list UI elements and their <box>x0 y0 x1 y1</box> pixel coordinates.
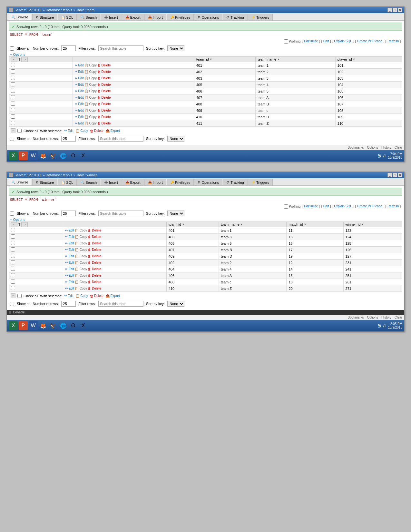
tab-search-winner[interactable]: 🔍 Search <box>77 179 100 185</box>
taskbar-xampp-2[interactable]: X <box>79 321 88 330</box>
edit-row-link-w[interactable]: ✏ Edit <box>65 229 74 232</box>
taskbar-opera-2[interactable]: O <box>69 321 78 330</box>
tab-structure[interactable]: ⚙ Structure <box>32 14 58 20</box>
show-all-checkbox-top-winner[interactable] <box>10 212 14 216</box>
row-checkbox[interactable] <box>11 89 15 93</box>
explain-sql-link[interactable]: Explain SQL <box>334 39 352 44</box>
rows-input-top-winner[interactable] <box>61 211 76 216</box>
nav-right-winner[interactable]: → <box>21 222 28 227</box>
taskbar-excel-2[interactable]: X <box>9 321 18 330</box>
minimize-button-winner[interactable]: _ <box>387 173 392 177</box>
create-php-link[interactable]: Create PHP code <box>357 39 382 44</box>
row-checkbox-w[interactable] <box>11 273 15 277</box>
taskbar-thunderbird-2[interactable]: 🦅 <box>49 321 58 330</box>
delete-row-link-w[interactable]: 🗑 Delete <box>88 254 101 258</box>
tab-sql-winner[interactable]: 📋 SQL <box>58 179 77 185</box>
tab-export-winner[interactable]: 📤 Export <box>122 179 144 185</box>
edit-row-link[interactable]: ✏ Edit <box>75 76 84 80</box>
explain-sql-link-winner[interactable]: Explain SQL <box>334 204 352 209</box>
clear-link-winner[interactable]: Clear <box>395 316 402 319</box>
th-team-name[interactable]: team_name ▼ <box>256 57 336 62</box>
rows-input-bottom[interactable] <box>61 136 76 142</box>
edit-row-link[interactable]: ✏ Edit <box>75 102 84 106</box>
taskbar-opera-1[interactable]: O <box>69 151 78 160</box>
copy-row-link[interactable]: 📋 Copy <box>84 115 97 119</box>
delete-row-link-w[interactable]: 🗑 Delete <box>88 229 101 232</box>
tab-tracking[interactable]: ⏱ Tracking <box>223 14 248 20</box>
row-checkbox[interactable] <box>11 121 15 125</box>
close-button[interactable]: ✕ <box>398 8 402 12</box>
row-checkbox-w[interactable] <box>11 280 15 284</box>
create-php-link-winner[interactable]: Create PHP code <box>357 204 382 209</box>
tab-insert-winner[interactable]: ➕ Insert <box>101 179 122 185</box>
options-link-footer-winner[interactable]: Options <box>367 316 378 319</box>
taskbar-chrome-1[interactable]: 🌐 <box>59 151 68 160</box>
rows-input-top[interactable] <box>61 45 76 51</box>
close-button-winner[interactable]: ✕ <box>398 173 402 177</box>
bottom-edit-btn-winner[interactable]: ✏ Edit <box>64 294 73 298</box>
delete-row-link[interactable]: 🗑 Delete <box>97 102 111 106</box>
tab-operations[interactable]: ⚙ Operations <box>194 14 222 20</box>
delete-row-link-w[interactable]: 🗑 Delete <box>88 248 101 251</box>
row-checkbox[interactable] <box>11 82 15 86</box>
copy-row-link[interactable]: 📋 Copy <box>84 70 97 74</box>
show-all-checkbox-bottom[interactable] <box>10 137 14 141</box>
edit-row-link[interactable]: ✏ Edit <box>75 109 84 112</box>
bottom-nav-left[interactable]: ↑ <box>11 128 15 133</box>
tab-export[interactable]: 📤 Export <box>122 14 144 20</box>
copy-row-link-w[interactable]: 📋 Copy <box>75 235 87 239</box>
bottom-copy-btn-winner[interactable]: 📋 Copy <box>75 294 88 298</box>
edit-row-link-w[interactable]: ✏ Edit <box>65 267 74 271</box>
sort-select-top-winner[interactable]: None <box>167 211 184 216</box>
delete-row-link[interactable]: 🗑 Delete <box>97 115 111 119</box>
row-checkbox[interactable] <box>11 108 15 112</box>
nav-left[interactable]: ← <box>11 57 17 62</box>
tab-browse[interactable]: 🔍 Browse <box>8 14 32 20</box>
copy-row-link-w[interactable]: 📋 Copy <box>75 229 87 232</box>
sort-select-top[interactable]: None <box>167 45 184 51</box>
taskbar-firefox-2[interactable]: 🦊 <box>39 321 48 330</box>
delete-row-link-w[interactable]: 🗑 Delete <box>88 280 101 284</box>
tab-insert[interactable]: ➕ Insert <box>101 14 122 20</box>
taskbar-ppt-1[interactable]: P <box>19 151 28 160</box>
options-link-team[interactable]: + Options <box>9 52 26 57</box>
delete-row-link-w[interactable]: 🗑 Delete <box>88 235 101 239</box>
tab-triggers[interactable]: ⚡ Triggers <box>248 14 273 20</box>
history-link-team[interactable]: History <box>381 146 391 149</box>
edit-row-link[interactable]: ✏ Edit <box>75 70 84 74</box>
row-checkbox-w[interactable] <box>11 254 15 258</box>
th-winner-id[interactable]: winner_id ▼ <box>343 222 402 227</box>
tab-tracking-winner[interactable]: ⏱ Tracking <box>223 179 248 185</box>
th-toam-id[interactable]: toam_id ▼ <box>166 222 219 227</box>
taskbar-thunderbird-1[interactable]: 🦅 <box>49 151 58 160</box>
profiling-checkbox-winner[interactable] <box>284 204 288 209</box>
copy-row-link[interactable]: 📋 Copy <box>84 89 97 93</box>
bottom-edit-btn-team[interactable]: ✏ Edit <box>64 129 73 133</box>
th-player-id[interactable]: player_id ▼ <box>335 57 402 62</box>
tab-sql[interactable]: 📋 SQL <box>58 14 77 20</box>
nav-right[interactable]: → <box>21 57 28 62</box>
copy-row-link[interactable]: 📋 Copy <box>84 102 97 106</box>
edit-row-link[interactable]: ✏ Edit <box>75 83 84 86</box>
clear-link-team[interactable]: Clear <box>395 146 402 149</box>
copy-row-link-w[interactable]: 📋 Copy <box>75 274 87 277</box>
filter-input-top-winner[interactable] <box>98 211 143 216</box>
tab-browse-winner[interactable]: 🔍 Browse <box>8 179 32 185</box>
row-checkbox-w[interactable] <box>11 234 15 239</box>
bookmarks-link-winner[interactable]: Bookmarks <box>347 316 364 319</box>
edit-row-link-w[interactable]: ✏ Edit <box>65 235 74 239</box>
edit-row-link[interactable]: ✏ Edit <box>75 122 84 125</box>
row-checkbox-w[interactable] <box>11 260 15 264</box>
history-link-winner[interactable]: History <box>381 316 391 319</box>
edit-row-link[interactable]: ✏ Edit <box>75 96 84 99</box>
delete-row-link[interactable]: 🗑 Delete <box>97 76 111 80</box>
tab-operations-winner[interactable]: ⚙ Operations <box>194 179 222 185</box>
copy-row-link-w[interactable]: 📋 Copy <box>75 248 87 251</box>
th-toam-name[interactable]: toam_name ▼ <box>219 222 287 227</box>
edit-row-link[interactable]: ✏ Edit <box>75 89 84 93</box>
row-checkbox[interactable] <box>11 95 15 99</box>
copy-row-link[interactable]: 📋 Copy <box>84 96 97 99</box>
check-all-checkbox-team[interactable] <box>17 129 22 133</box>
bottom-export-btn-team[interactable]: 📤 Export <box>105 129 120 133</box>
row-checkbox[interactable] <box>11 63 15 67</box>
